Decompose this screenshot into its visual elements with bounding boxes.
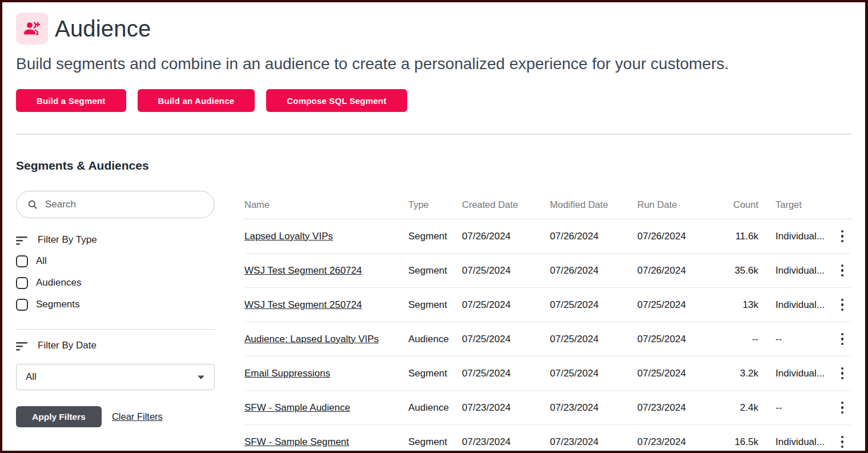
row-run-date: 07/25/2024 xyxy=(637,334,716,345)
build-audience-button[interactable]: Build an Audience xyxy=(138,89,255,112)
filter-actions: Apply Filters Clear Filters xyxy=(16,406,215,427)
row-created-date: 07/26/2024 xyxy=(462,231,550,242)
kebab-menu-icon[interactable] xyxy=(839,228,846,245)
row-type: Segment xyxy=(408,436,462,448)
row-created-date: 07/23/2024 xyxy=(462,402,550,414)
kebab-menu-icon[interactable] xyxy=(839,434,846,451)
kebab-menu-icon[interactable] xyxy=(839,365,846,382)
row-created-date: 07/25/2024 xyxy=(462,265,550,276)
row-name-link[interactable]: WSJ Test Segment 260724 xyxy=(244,265,362,276)
row-count: 16.5k xyxy=(716,436,758,448)
sidebar-divider xyxy=(16,329,215,330)
date-filter-value: All xyxy=(26,371,37,383)
row-run-date: 07/23/2024 xyxy=(637,436,716,448)
row-target: Individual... xyxy=(758,368,830,379)
row-type: Segment xyxy=(408,299,462,311)
row-count: 35.6k xyxy=(716,265,758,276)
row-name-link[interactable]: SFW - Sample Audience xyxy=(244,402,350,413)
column-header-created: Created Date xyxy=(462,199,550,210)
segments-table: Name Type Created Date Modified Date Run… xyxy=(244,191,851,451)
audience-page: Audience Build segments and combine in a… xyxy=(2,2,865,451)
checkbox-segments[interactable]: Segments xyxy=(16,298,215,311)
clear-filters-link[interactable]: Clear Filters xyxy=(112,411,163,422)
filter-lines-icon xyxy=(16,340,29,351)
row-modified-date: 07/25/2024 xyxy=(550,299,637,311)
row-target: Individual... xyxy=(758,231,830,242)
row-target: -- xyxy=(758,402,830,414)
search-icon xyxy=(27,199,38,210)
column-header-count: Count xyxy=(716,199,758,210)
row-count: 2.4k xyxy=(716,402,758,414)
apply-filters-button[interactable]: Apply Filters xyxy=(16,406,102,427)
row-type: Audience xyxy=(408,334,462,345)
row-modified-date: 07/26/2024 xyxy=(550,265,637,276)
row-name-link[interactable]: Lapsed Loyalty VIPs xyxy=(244,231,333,242)
row-run-date: 07/25/2024 xyxy=(637,368,716,379)
filter-by-date-label: Filter By Date xyxy=(38,340,97,351)
row-created-date: 07/25/2024 xyxy=(462,368,550,379)
table-row: Lapsed Loyalty VIPs Segment 07/26/2024 0… xyxy=(244,219,851,254)
filter-by-date-header: Filter By Date xyxy=(16,340,215,351)
row-target: Individual... xyxy=(758,436,830,448)
kebab-menu-icon[interactable] xyxy=(839,399,846,416)
row-run-date: 07/26/2024 xyxy=(637,265,716,276)
page-header: Audience xyxy=(16,13,851,45)
column-header-target: Target xyxy=(758,199,830,210)
row-run-date: 07/25/2024 xyxy=(637,299,716,311)
row-name-link[interactable]: WSJ Test Segment 250724 xyxy=(244,299,362,310)
build-segment-button[interactable]: Build a Segment xyxy=(16,89,126,112)
checkbox-audiences[interactable]: Audiences xyxy=(16,276,215,289)
row-created-date: 07/25/2024 xyxy=(462,299,550,311)
column-header-run: Run Date xyxy=(637,199,716,210)
filter-lines-icon xyxy=(16,235,29,245)
row-modified-date: 07/26/2024 xyxy=(550,231,637,242)
row-name-link[interactable]: SFW - Sample Segment xyxy=(244,436,349,447)
filter-by-type-header: Filter By Type xyxy=(16,234,215,246)
checkbox-segments-label: Segments xyxy=(36,299,80,310)
primary-actions: Build a Segment Build an Audience Compos… xyxy=(16,89,851,112)
row-type: Segment xyxy=(408,231,462,242)
table-row: WSJ Test Segment 250724 Segment 07/25/20… xyxy=(244,288,851,322)
kebab-menu-icon[interactable] xyxy=(839,331,846,348)
row-modified-date: 07/25/2024 xyxy=(550,334,637,345)
header-divider xyxy=(16,134,851,135)
filter-by-type-label: Filter By Type xyxy=(38,234,97,246)
row-created-date: 07/23/2024 xyxy=(462,436,550,448)
row-type: Segment xyxy=(408,368,462,379)
checkbox-audiences-box[interactable] xyxy=(16,277,28,289)
table-row: Email Suppressions Segment 07/25/2024 07… xyxy=(244,356,851,391)
row-target: -- xyxy=(758,334,830,345)
search-box[interactable] xyxy=(16,191,215,218)
compose-sql-segment-button[interactable]: Compose SQL Segment xyxy=(266,89,407,112)
row-name-link[interactable]: Email Suppressions xyxy=(244,368,330,379)
page-title: Audience xyxy=(55,16,151,42)
checkbox-all[interactable]: All xyxy=(16,255,215,267)
caret-down-icon xyxy=(197,375,205,380)
column-header-name: Name xyxy=(244,199,408,210)
checkbox-segments-box[interactable] xyxy=(16,299,28,311)
checkbox-all-box[interactable] xyxy=(16,255,28,267)
person-add-icon xyxy=(16,13,48,45)
row-modified-date: 07/23/2024 xyxy=(550,436,637,448)
table-row: WSJ Test Segment 260724 Segment 07/25/20… xyxy=(244,254,851,288)
row-run-date: 07/26/2024 xyxy=(637,231,716,242)
main-content: Filter By Type All Audiences Segments xyxy=(16,191,851,451)
row-name-link[interactable]: Audience: Lapsed Loyalty VIPs xyxy=(244,334,379,344)
row-count: 11.6k xyxy=(716,231,758,242)
row-modified-date: 07/25/2024 xyxy=(550,368,637,379)
column-header-modified: Modified Date xyxy=(550,199,637,210)
row-count: 13k xyxy=(716,299,758,311)
row-type: Segment xyxy=(408,265,462,276)
table-row: Audience: Lapsed Loyalty VIPs Audience 0… xyxy=(244,322,851,356)
kebab-menu-icon[interactable] xyxy=(839,296,846,314)
search-input[interactable] xyxy=(45,199,204,210)
row-count: 3.2k xyxy=(716,368,758,379)
page-subtitle: Build segments and combine in an audienc… xyxy=(16,55,851,73)
row-modified-date: 07/23/2024 xyxy=(550,402,637,414)
checkbox-audiences-label: Audiences xyxy=(36,277,81,288)
table-header-row: Name Type Created Date Modified Date Run… xyxy=(244,191,851,219)
date-filter-select[interactable]: All xyxy=(16,364,215,390)
table-row: SFW - Sample Audience Audience 07/23/202… xyxy=(244,391,851,425)
kebab-menu-icon[interactable] xyxy=(839,262,846,279)
row-target: Individual... xyxy=(758,299,830,311)
